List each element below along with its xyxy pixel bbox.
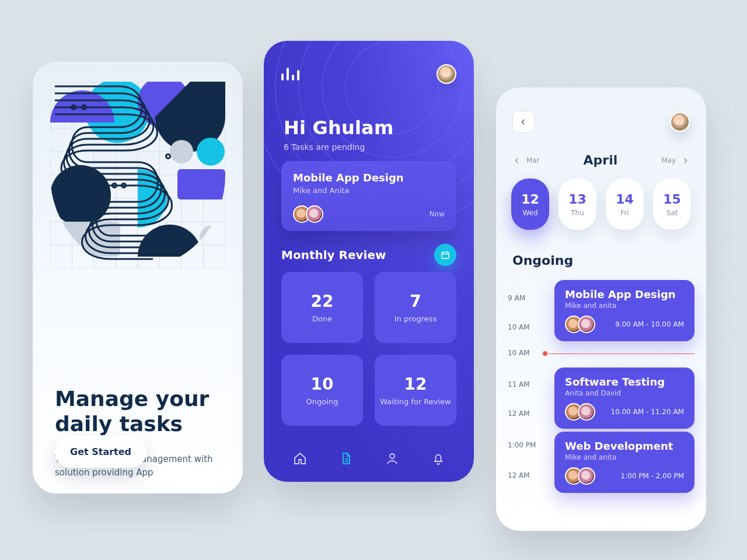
timeline-hour: 10 AM <box>508 323 530 331</box>
stat-waiting[interactable]: 12 Waiting for Review <box>375 355 456 426</box>
event-title: Software Testing <box>565 376 684 388</box>
svg-point-40 <box>299 41 474 181</box>
stat-number: 12 <box>404 374 427 394</box>
event-title: Mobile App Design <box>565 288 684 300</box>
pending-tasks: 6 Tasks are pending <box>284 142 393 152</box>
timeline-hour: 1:00 PM <box>508 441 536 449</box>
featured-task-card[interactable]: Mobile App Design Mike and Anita Now <box>281 161 456 231</box>
task-people: Mike and Anita <box>293 186 445 195</box>
bottom-nav <box>277 452 461 468</box>
timeline-hour: 12 AM <box>508 471 530 480</box>
document-icon <box>339 452 353 466</box>
next-month-label: May <box>661 156 676 164</box>
day-label: Thu <box>571 209 584 217</box>
timeline-hour: 12 AM <box>508 410 530 418</box>
event-avatars <box>565 403 591 421</box>
event-people: Mike and anita <box>565 302 684 310</box>
stat-number: 22 <box>311 292 334 311</box>
event-title: Web Development <box>565 440 684 452</box>
bell-icon <box>431 452 445 466</box>
event-people: Anita and David <box>565 389 684 397</box>
now-dot <box>543 351 547 356</box>
timeline-hour: 9 AM <box>508 294 525 302</box>
nav-documents[interactable] <box>339 452 353 468</box>
event-time: 10.00 AM - 11.20 AM <box>611 408 684 416</box>
day-number: 13 <box>568 192 587 206</box>
get-started-button[interactable]: Get Started <box>55 436 146 468</box>
calendar-button[interactable] <box>434 244 456 266</box>
ongoing-heading: Ongoing <box>512 253 573 268</box>
stat-ongoing[interactable]: 10 Ongoing <box>281 355 363 426</box>
day-pill[interactable]: 14 Fri <box>606 178 644 230</box>
calendar-icon <box>441 250 450 260</box>
prev-month-label: Mar <box>526 156 540 164</box>
now-label: 10 AM <box>508 349 530 357</box>
avatar <box>578 316 595 333</box>
calendar-screen: Mar April May 12 Wed 13 Thu 14 Fri 15 <box>496 88 706 531</box>
back-button[interactable] <box>512 111 535 133</box>
event-card[interactable]: Mobile App Design Mike and anita 9.00 AM… <box>554 280 694 341</box>
task-title: Mobile App Design <box>293 172 445 184</box>
timeline: 9 AM 10 AM 11 AM 12 AM 1:00 PM 12 AM 10 … <box>508 280 694 502</box>
prev-month-button[interactable]: Mar <box>512 156 540 165</box>
stat-done[interactable]: 22 Done <box>281 272 363 343</box>
day-label: Fri <box>620 209 629 217</box>
nav-notifications[interactable] <box>431 452 445 468</box>
stat-label: Ongoing <box>306 397 338 406</box>
chart-bars-icon <box>281 68 299 80</box>
now-line <box>549 354 694 354</box>
avatar <box>578 467 595 485</box>
svg-point-44 <box>390 454 395 459</box>
nav-home[interactable] <box>293 452 307 468</box>
stat-number: 7 <box>410 292 421 311</box>
stat-label: Waiting for Review <box>380 397 451 406</box>
event-avatars <box>565 467 591 485</box>
event-card[interactable]: Software Testing Anita and David 10.00 A… <box>554 368 694 429</box>
day-label: Sat <box>666 209 678 217</box>
day-number: 14 <box>616 192 634 206</box>
day-pill[interactable]: 15 Sat <box>653 178 691 230</box>
user-icon <box>385 452 399 466</box>
stat-label: Done <box>312 314 332 323</box>
day-number: 15 <box>663 192 681 206</box>
timeline-hour: 11 AM <box>508 380 530 388</box>
day-label: Wed <box>522 209 537 217</box>
stat-label: In progress <box>395 314 437 323</box>
arrow-left-icon <box>512 156 522 165</box>
event-people: Mike and anita <box>565 453 684 461</box>
stat-number: 10 <box>311 374 334 394</box>
svg-rect-43 <box>442 252 449 258</box>
next-month-button[interactable]: May <box>661 156 690 165</box>
onboarding-illustration <box>50 82 225 268</box>
arrow-left-icon <box>519 117 528 127</box>
avatar <box>306 205 323 223</box>
current-month: April <box>584 153 618 167</box>
user-avatar[interactable] <box>437 64 456 84</box>
task-avatars <box>293 205 319 223</box>
nav-profile[interactable] <box>385 452 399 468</box>
onboarding-title: Manage your daily tasks <box>55 386 214 436</box>
home-icon <box>293 452 307 466</box>
onboarding-screen: Manage your daily tasks Team and Project… <box>33 62 243 494</box>
greeting: Hi Ghulam <box>284 117 393 139</box>
day-pill[interactable]: 12 Wed <box>511 178 549 230</box>
event-avatars <box>565 316 591 333</box>
event-card[interactable]: Web Development Mike and anita 1:00 PM -… <box>554 432 694 493</box>
avatar <box>578 403 595 421</box>
svg-point-37 <box>166 155 170 159</box>
task-time: Now <box>430 210 445 218</box>
event-time: 9.00 AM - 10.00 AM <box>615 320 684 328</box>
day-number: 12 <box>521 192 539 206</box>
event-time: 1:00 PM - 2.00 PM <box>621 472 684 480</box>
dashboard-screen: Hi Ghulam 6 Tasks are pending Mobile App… <box>264 41 474 482</box>
day-pill[interactable]: 13 Thu <box>558 178 596 230</box>
monthly-review-heading: Monthly Review <box>281 248 386 262</box>
user-avatar[interactable] <box>670 112 690 132</box>
arrow-right-icon <box>680 156 690 165</box>
stat-in-progress[interactable]: 7 In progress <box>375 272 456 343</box>
